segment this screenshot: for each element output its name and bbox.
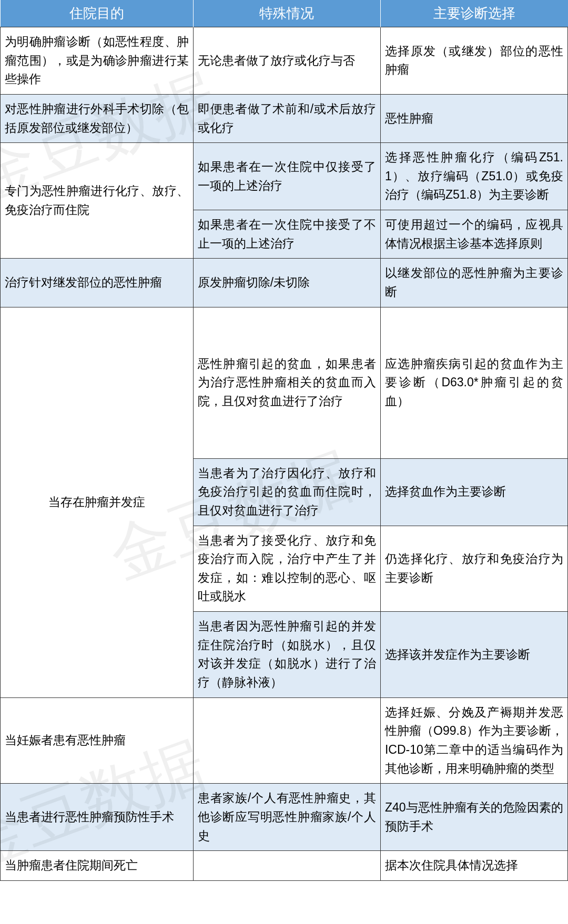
cell-purpose: 专门为恶性肿瘤进行化疗、放疗、免疫治疗而住院 xyxy=(1,143,194,259)
table-row: 对恶性肿瘤进行外科手术切除（包括原发部位或继发部位） 即便患者做了术前和/或术后… xyxy=(1,94,568,142)
cell-special: 如果患者在一次住院中仅接受了一项的上述治疗 xyxy=(193,143,380,210)
cell-purpose: 当存在肿瘤并发症 xyxy=(1,307,194,697)
cell-diagnosis: Z40与恶性肿瘤有关的危险因素的预防手术 xyxy=(380,784,567,851)
cell-purpose: 当妊娠者患有恶性肿瘤 xyxy=(1,697,194,784)
cell-special: 当患者为了接受化疗、放疗和免疫治疗而入院，治疗中产生了并发症，如：难以控制的恶心… xyxy=(193,526,380,612)
table-row: 专门为恶性肿瘤进行化疗、放疗、免疫治疗而住院 如果患者在一次住院中仅接受了一项的… xyxy=(1,143,568,210)
cell-purpose: 当肿瘤患者住院期间死亡 xyxy=(1,851,194,881)
cell-diagnosis: 据本次住院具体情况选择 xyxy=(380,851,567,881)
header-diagnosis: 主要诊断选择 xyxy=(380,0,567,27)
cell-diagnosis: 可使用超过一个的编码，应视具体情况根据主诊基本选择原则 xyxy=(380,210,567,259)
cell-diagnosis: 恶性肿瘤 xyxy=(380,94,567,142)
table-header-row: 住院目的 特殊情况 主要诊断选择 xyxy=(1,0,568,27)
cell-special: 原发肿瘤切除/未切除 xyxy=(193,259,380,307)
cell-special: 如果患者在一次住院中接受了不止一项的上述治疗 xyxy=(193,210,380,259)
cell-special: 当患者因为恶性肿瘤引起的并发症住院治疗时（如脱水），且仅对该并发症（如脱水）进行… xyxy=(193,612,380,698)
cell-diagnosis: 以继发部位的恶性肿瘤为主要诊断 xyxy=(380,259,567,307)
header-purpose: 住院目的 xyxy=(1,0,194,27)
cell-special: 患者家族/个人有恶性肿瘤史，其他诊断应写明恶性肿瘤家族/个人史 xyxy=(193,784,380,851)
cell-purpose: 治疗针对继发部位的恶性肿瘤 xyxy=(1,259,194,307)
cell-special xyxy=(193,851,380,881)
header-special: 特殊情况 xyxy=(193,0,380,27)
table-row: 为明确肿瘤诊断（如恶性程度、肿瘤范围），或是为确诊肿瘤进行某些操作 无论患者做了… xyxy=(1,27,568,95)
table-row: 当患者进行恶性肿瘤预防性手术 患者家族/个人有恶性肿瘤史，其他诊断应写明恶性肿瘤… xyxy=(1,784,568,851)
cell-diagnosis: 选择妊娠、分娩及产褥期并发恶性肿瘤（O99.8）作为主要诊断，ICD-10第二章… xyxy=(380,697,567,784)
cell-diagnosis: 选择该并发症作为主要诊断 xyxy=(380,612,567,698)
table-row: 当存在肿瘤并发症 恶性肿瘤引起的贫血，如果患者为治疗恶性肿瘤相关的贫血而入院，且… xyxy=(1,307,568,458)
table-row: 治疗针对继发部位的恶性肿瘤 原发肿瘤切除/未切除 以继发部位的恶性肿瘤为主要诊断 xyxy=(1,259,568,307)
cell-special: 当患者为了治疗因化疗、放疗和免疫治疗引起的贫血而住院时，且仅对贫血进行了治疗 xyxy=(193,458,380,526)
cell-purpose: 当患者进行恶性肿瘤预防性手术 xyxy=(1,784,194,851)
cell-purpose: 对恶性肿瘤进行外科手术切除（包括原发部位或继发部位） xyxy=(1,94,194,142)
cell-special: 恶性肿瘤引起的贫血，如果患者为治疗恶性肿瘤相关的贫血而入院，且仅对贫血进行了治疗 xyxy=(193,307,380,458)
cell-diagnosis: 选择原发（或继发）部位的恶性肿瘤 xyxy=(380,27,567,95)
table-row: 当肿瘤患者住院期间死亡 据本次住院具体情况选择 xyxy=(1,851,568,881)
cell-special: 无论患者做了放疗或化疗与否 xyxy=(193,27,380,95)
diagnosis-table: 住院目的 特殊情况 主要诊断选择 为明确肿瘤诊断（如恶性程度、肿瘤范围），或是为… xyxy=(0,0,568,881)
cell-special: 即便患者做了术前和/或术后放疗或化疗 xyxy=(193,94,380,142)
cell-diagnosis: 仍选择化疗、放疗和免疫治疗为主要诊断 xyxy=(380,526,567,612)
cell-diagnosis: 选择贫血作为主要诊断 xyxy=(380,458,567,526)
cell-special xyxy=(193,697,380,784)
table-row: 当妊娠者患有恶性肿瘤 选择妊娠、分娩及产褥期并发恶性肿瘤（O99.8）作为主要诊… xyxy=(1,697,568,784)
cell-diagnosis: 应选肿瘤疾病引起的贫血作为主要诊断（D63.0*肿瘤引起的贫血） xyxy=(380,307,567,458)
cell-diagnosis: 选择恶性肿瘤化疗（编码Z51.1）、放疗编码（Z51.0）或免疫治疗（编码Z51… xyxy=(380,143,567,210)
cell-purpose: 为明确肿瘤诊断（如恶性程度、肿瘤范围），或是为确诊肿瘤进行某些操作 xyxy=(1,27,194,95)
